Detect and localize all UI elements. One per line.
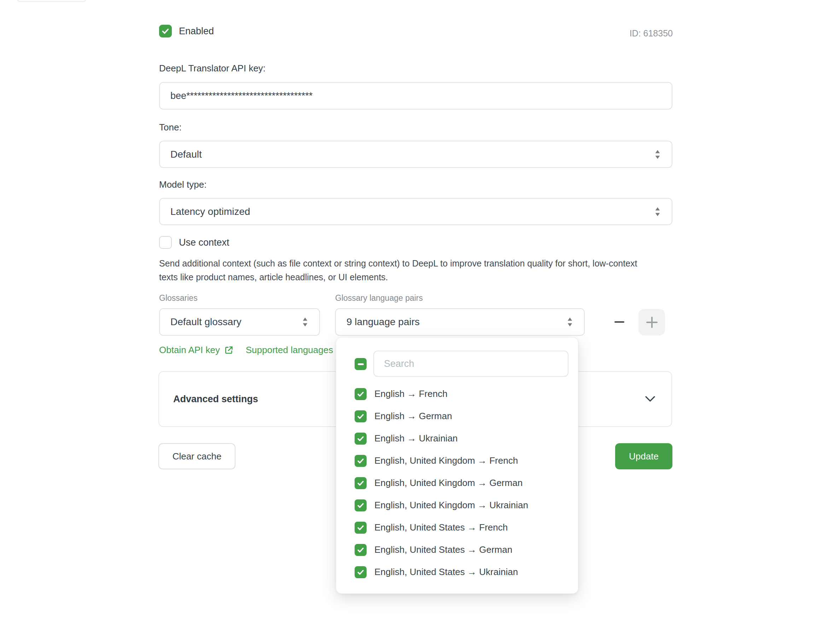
integration-id: ID: 618350 [530,28,673,39]
update-label: Update [629,451,659,462]
minus-icon [615,321,624,323]
pair-label: English, United Kingdom → French [374,455,518,466]
check-icon [357,524,364,532]
remove-glossary-button[interactable] [609,308,630,336]
check-icon [357,546,364,554]
tone-value: Default [170,149,202,160]
list-item[interactable]: English → Ukrainian [336,427,578,450]
language-pairs-dropdown: English → French English → German Englis… [336,337,578,594]
pair-label: English → French [374,388,448,399]
plus-icon [646,317,657,328]
pair-label: English → German [374,411,452,422]
glossaries-select[interactable]: Default glossary [159,308,320,336]
pair-checkbox[interactable] [355,410,367,422]
use-context-checkbox[interactable] [159,236,172,249]
model-type-label: Model type: [159,179,206,190]
search-input[interactable] [374,351,569,377]
select-arrows-icon [301,317,309,327]
use-context-label: Use context [179,237,229,248]
select-arrows-icon [654,149,661,160]
chevron-down-icon [645,395,656,403]
glossary-pairs-select[interactable]: 9 language pairs [335,308,585,336]
check-icon [357,568,364,576]
clear-cache-label: Clear cache [173,451,222,462]
list-item[interactable]: English, United States → Ukrainian [336,561,578,583]
glossaries-value: Default glossary [170,316,241,328]
list-item[interactable]: English, United Kingdom → German [336,472,578,494]
use-context-description: Send additional context (such as file co… [159,257,653,284]
check-icon [357,479,364,487]
list-item[interactable]: English, United States → French [336,517,578,539]
tone-select[interactable]: Default [159,141,673,168]
tone-label: Tone: [159,122,182,133]
update-button[interactable]: Update [615,443,673,469]
list-item[interactable]: English, United Kingdom → French [336,450,578,472]
list-item[interactable]: English, United States → German [336,539,578,561]
deepl-settings-page: Enabled ID: 618350 DeepL Translator API … [0,0,840,627]
pair-checkbox[interactable] [355,388,367,400]
enabled-label: Enabled [179,26,214,37]
pair-checkbox[interactable] [355,433,367,444]
list-item[interactable]: English → German [336,405,578,427]
pair-label: English, United States → German [374,544,512,555]
api-key-label: DeepL Translator API key: [159,63,265,74]
links-row: Obtain API key Supported languages [159,345,333,356]
clipped-tab-edge [17,0,86,2]
check-icon [161,27,170,35]
pair-label: English, United States → Ukrainian [374,567,518,578]
clear-cache-button[interactable]: Clear cache [158,443,235,469]
indeterminate-icon [358,363,364,365]
pair-checkbox[interactable] [355,477,367,489]
select-arrows-icon [566,317,574,327]
obtain-api-key-label: Obtain API key [159,345,220,356]
pair-checkbox[interactable] [355,455,367,467]
select-arrows-icon [654,206,661,217]
list-item[interactable]: English, United Kingdom → Ukrainian [336,494,578,517]
glossary-pairs-label: Glossary language pairs [335,293,423,303]
pair-label: English, United Kingdom → German [374,477,523,488]
enabled-row: Enabled [159,25,214,38]
add-glossary-button[interactable] [638,309,665,336]
check-icon [357,413,364,420]
pair-checkbox[interactable] [355,499,367,511]
check-icon [357,390,364,398]
pair-checkbox[interactable] [355,544,367,556]
api-key-value: bee********************************** [170,90,312,101]
check-icon [357,501,364,509]
use-context-row: Use context [159,236,229,249]
supported-languages-link[interactable]: Supported languages [246,345,333,356]
model-type-value: Latency optimized [170,206,250,217]
check-icon [357,435,364,443]
advanced-settings-label: Advanced settings [173,394,258,405]
pair-checkbox[interactable] [355,521,367,534]
supported-languages-label: Supported languages [246,345,333,356]
list-item[interactable]: English → French [336,383,578,405]
model-type-select[interactable]: Latency optimized [159,198,673,225]
pair-checkbox[interactable] [355,566,367,578]
check-icon [357,457,364,465]
glossary-pairs-value: 9 language pairs [347,316,420,328]
pair-label: English, United States → French [374,522,507,533]
glossaries-label: Glossaries [159,293,198,303]
pair-label: English, United Kingdom → Ukrainian [374,500,528,511]
obtain-api-key-link[interactable]: Obtain API key [159,345,234,356]
external-link-icon [224,345,234,355]
pair-label: English → Ukrainian [374,433,458,444]
api-key-input[interactable]: bee********************************** [159,82,673,110]
language-pairs-list: English → French English → German Englis… [336,383,578,583]
enabled-checkbox[interactable] [159,25,172,38]
select-all-checkbox[interactable] [355,358,367,370]
